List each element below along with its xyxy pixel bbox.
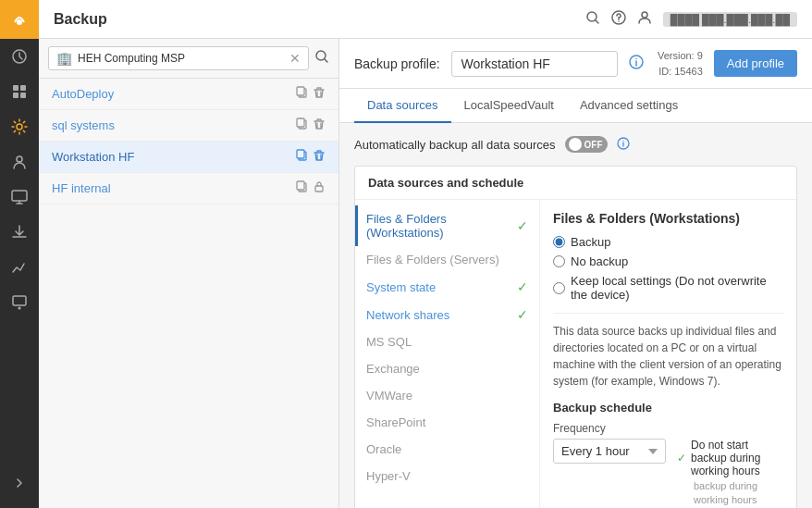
- content: Automatically backup all data sources OF…: [339, 123, 812, 508]
- header-icons: ████ ███.███.███.██: [585, 10, 797, 29]
- svg-rect-18: [297, 87, 304, 95]
- source-description: This data source backs up individual fil…: [553, 313, 783, 390]
- no-work-hours-label[interactable]: ✓ Do not start backup during working hou…: [677, 439, 783, 477]
- list-item[interactable]: AutoDeploy: [39, 79, 338, 110]
- toggle-circle: [569, 138, 582, 151]
- svg-point-8: [17, 156, 22, 162]
- radio-group: Backup No backup Keep local settings (Do…: [553, 235, 783, 302]
- tab-localspeedvault[interactable]: LocalSpeedVault: [451, 89, 567, 123]
- source-item-hyper-v[interactable]: Hyper-V: [355, 463, 539, 489]
- svg-rect-9: [12, 191, 27, 201]
- sidebar: [0, 0, 39, 508]
- profile-label: Backup profile:: [354, 56, 440, 71]
- frequency-label: Frequency: [553, 422, 783, 435]
- card-body: Files & Folders (Workstations) ✓ Files &…: [355, 200, 796, 508]
- profile-list: AutoDeploy sql systems: [39, 79, 338, 508]
- svg-rect-20: [297, 118, 304, 127]
- sidebar-item-monitor[interactable]: [0, 180, 39, 215]
- source-item-exchange[interactable]: Exchange: [355, 355, 539, 382]
- sidebar-item-deploy[interactable]: [0, 39, 39, 74]
- sidebar-item-users[interactable]: [0, 144, 39, 180]
- working-hours-note: backup during: [677, 480, 783, 491]
- svg-rect-25: [315, 186, 323, 192]
- sidebar-item-backup[interactable]: [0, 285, 39, 320]
- delete-icon[interactable]: [313, 86, 326, 102]
- copy-icon[interactable]: [296, 180, 309, 196]
- delete-icon[interactable]: [313, 149, 326, 165]
- auto-backup-info-icon[interactable]: [617, 137, 630, 153]
- list-item[interactable]: sql systems: [39, 110, 338, 142]
- profile-name-input[interactable]: [451, 51, 618, 77]
- auto-backup-toggle[interactable]: OFF: [565, 136, 608, 153]
- search-bar: 🏢 HEH Computing MSP ✕: [39, 39, 338, 79]
- org-name: HEH Computing MSP: [78, 52, 185, 65]
- radio-no-backup-input[interactable]: [553, 255, 565, 267]
- svg-rect-6: [20, 93, 26, 98]
- svg-point-15: [642, 12, 647, 18]
- profile-icon[interactable]: [637, 10, 652, 29]
- auto-backup-label: Automatically backup all data sources: [354, 138, 556, 152]
- delete-icon[interactable]: [313, 118, 326, 133]
- check-icon: ✓: [517, 218, 528, 233]
- clear-icon[interactable]: ✕: [289, 51, 301, 66]
- auto-backup-row: Automatically backup all data sources OF…: [354, 136, 797, 153]
- list-item[interactable]: HF internal: [39, 173, 338, 204]
- sidebar-item-expand[interactable]: [0, 465, 39, 501]
- sidebar-item-chart[interactable]: [0, 250, 39, 285]
- org-icon: 🏢: [56, 51, 72, 66]
- svg-rect-24: [297, 181, 304, 190]
- source-list: Files & Folders (Workstations) ✓ Files &…: [355, 200, 540, 508]
- radio-backup[interactable]: Backup: [553, 235, 783, 249]
- item-icons: [296, 86, 326, 102]
- add-profile-button[interactable]: Add profile: [714, 50, 797, 77]
- svg-point-29: [622, 140, 623, 141]
- radio-keep-local-input[interactable]: [553, 282, 565, 294]
- svg-rect-5: [13, 93, 18, 98]
- sidebar-item-settings[interactable]: [0, 109, 39, 144]
- radio-no-backup[interactable]: No backup: [553, 254, 783, 268]
- user-bar: ████ ███.███.███.██: [663, 12, 797, 27]
- copy-icon[interactable]: [296, 86, 309, 102]
- checkbox-check-icon: ✓: [677, 452, 686, 465]
- source-item-ms-sql[interactable]: MS SQL: [355, 328, 539, 355]
- svg-point-7: [17, 124, 22, 130]
- source-item-files-workstations[interactable]: Files & Folders (Workstations) ✓: [355, 205, 539, 246]
- help-icon[interactable]: [611, 10, 626, 29]
- radio-backup-input[interactable]: [553, 236, 565, 248]
- list-item[interactable]: Workstation HF: [39, 142, 338, 173]
- profile-info-icon[interactable]: [629, 55, 644, 73]
- item-icons: [296, 180, 326, 196]
- source-item-oracle[interactable]: Oracle: [355, 436, 539, 463]
- source-item-network-shares[interactable]: Network shares ✓: [355, 301, 539, 328]
- data-sources-card: Data sources and schedule Files & Folder…: [354, 166, 797, 508]
- check-icon: ✓: [517, 279, 528, 294]
- item-icons: [296, 149, 326, 165]
- tab-data-sources[interactable]: Data sources: [354, 89, 451, 123]
- source-item-files-servers[interactable]: Files & Folders (Servers): [355, 246, 539, 273]
- search-icon[interactable]: [585, 10, 600, 29]
- app-logo: [0, 0, 39, 39]
- tab-advanced-settings[interactable]: Advanced settings: [567, 89, 691, 123]
- source-item-sharepoint[interactable]: SharePoint: [355, 409, 539, 436]
- frequency-row: Every 1 hour Every 2 hours Every 4 hours…: [553, 439, 783, 505]
- source-detail-title: Files & Folders (Workstations): [553, 211, 783, 226]
- header: Backup ████ ███.███.███.██: [39, 0, 812, 39]
- frequency-select[interactable]: Every 1 hour Every 2 hours Every 4 hours…: [553, 439, 666, 464]
- radio-keep-local[interactable]: Keep local settings (Do not overwrite th…: [553, 274, 783, 302]
- check-icon: ✓: [517, 307, 528, 322]
- svg-point-11: [18, 307, 21, 310]
- item-icons: [296, 118, 326, 133]
- lock-icon[interactable]: [313, 180, 326, 196]
- sidebar-item-download[interactable]: [0, 215, 39, 250]
- sidebar-item-grid[interactable]: [0, 74, 39, 109]
- source-item-system-state[interactable]: System state ✓: [355, 273, 539, 301]
- svg-rect-3: [13, 85, 18, 91]
- svg-rect-22: [297, 150, 304, 158]
- no-work-hours: ✓ Do not start backup during working hou…: [677, 439, 783, 505]
- copy-icon[interactable]: [296, 149, 309, 165]
- copy-icon[interactable]: [296, 118, 309, 133]
- source-item-vmware[interactable]: VMWare: [355, 382, 539, 409]
- org-selector[interactable]: 🏢 HEH Computing MSP ✕: [48, 46, 309, 70]
- search-button[interactable]: [314, 49, 329, 68]
- toggle-text: OFF: [584, 140, 603, 150]
